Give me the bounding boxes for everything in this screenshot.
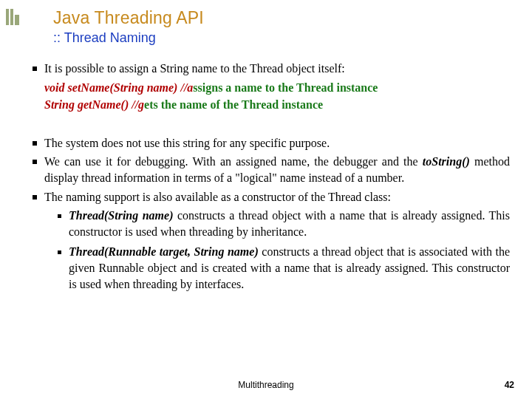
sub-bullet-item: Thread(String name) constructs a thread … [58,208,510,239]
bullet-text: Thread(Runnable target, String name) con… [69,244,510,292]
sub-bullet-list: Thread(String name) constructs a thread … [58,208,510,292]
bullet-icon [33,141,37,146]
bullet-item: It is possible to assign a String name t… [33,61,510,77]
bullet-icon [33,160,37,164]
footer-label: Multithreading [0,380,532,390]
bullet-text: The system does not use this string for … [44,135,510,151]
bullet-item: The naming support is also available as … [33,189,510,205]
code-signature: String getName() //gets the name of the … [44,97,510,113]
slide-title: Java Threading API [53,8,204,28]
bullet-text: The naming support is also available as … [44,189,510,205]
slide-subtitle: :: Thread Naming [53,30,204,46]
bullet-icon [58,214,61,218]
bullet-text: Thread(String name) constructs a thread … [69,208,510,239]
decorative-bars [6,9,19,25]
code-signature: void setName(String name) //assigns a na… [44,80,510,96]
bullet-item: We can use it for debugging. With an ass… [33,154,510,185]
sub-bullet-item: Thread(Runnable target, String name) con… [58,244,510,292]
slide-header: Java Threading API :: Thread Naming [53,8,204,46]
bullet-icon [33,195,37,200]
page-number: 42 [505,380,514,390]
bullet-text: We can use it for debugging. With an ass… [44,154,510,185]
bullet-icon [33,66,37,71]
bullet-icon [58,250,61,254]
slide-content: It is possible to assign a String name t… [33,61,510,296]
bullet-item: The system does not use this string for … [33,135,510,151]
bullet-text: It is possible to assign a String name t… [44,61,510,77]
